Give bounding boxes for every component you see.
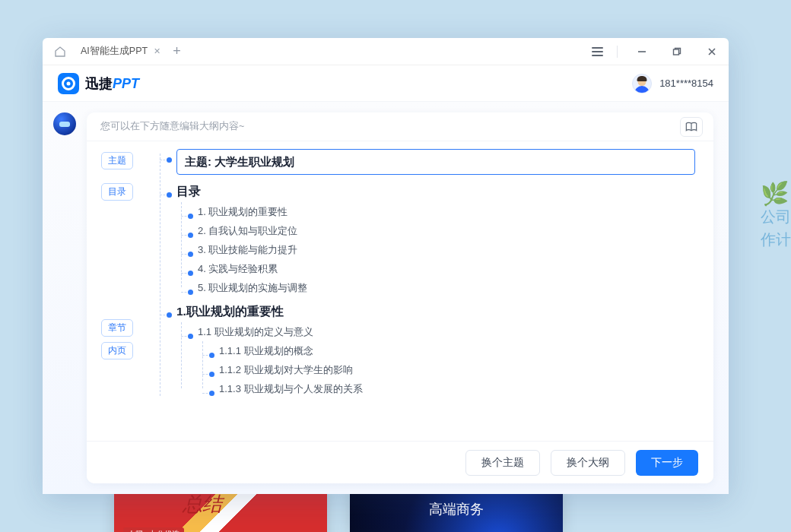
change-outline-button[interactable]: 换个大纲 <box>551 450 625 476</box>
titlebar: AI智能生成PPT ✕ + <box>43 38 729 65</box>
new-tab-button[interactable]: + <box>173 43 181 59</box>
node-dot-icon <box>188 252 193 257</box>
tab-label: AI智能生成PPT <box>81 45 148 58</box>
home-button[interactable] <box>50 42 70 62</box>
gutter-label-topic: 主题 <box>101 152 133 169</box>
assistant-column <box>53 112 78 483</box>
toc-item[interactable]: 2. 自我认知与职业定位 <box>190 224 700 238</box>
section-item[interactable]: 1.1 职业规划的定义与意义 1.1.1 职业规划的概念 1.1.2 职业规划对… <box>190 325 700 396</box>
node-dot-icon <box>188 290 193 295</box>
node-dot-icon <box>167 192 172 198</box>
assistant-avatar-icon <box>53 112 76 135</box>
toc-item[interactable]: 5. 职业规划的实施与调整 <box>190 281 700 295</box>
next-button[interactable]: 下一步 <box>636 450 698 476</box>
avatar <box>632 74 652 93</box>
panel-head: 您可以在下方随意编辑大纲内容~ <box>87 112 713 141</box>
window-controls <box>592 46 723 58</box>
title-input[interactable] <box>176 149 695 175</box>
outline-wrap: 主题 目录 章节 内页 目录 <box>87 141 713 441</box>
logo-icon <box>58 73 79 94</box>
node-dot-icon <box>167 312 172 318</box>
divider <box>617 46 618 58</box>
tab-close-icon[interactable]: ✕ <box>154 46 160 56</box>
node-dot-icon <box>188 271 193 276</box>
node-toc: 目录 1. 职业规划的重要性 2. 自我认知与职业定位 3. 职业技能与能力提升… <box>169 184 700 295</box>
panel-footer: 换个主题 换个大纲 下一步 <box>87 441 713 483</box>
node-dot-icon <box>188 233 193 238</box>
svg-rect-1 <box>674 49 679 55</box>
user-phone: 181****8154 <box>659 78 713 89</box>
subsection-item[interactable]: 1.1.1 职业规划的概念 <box>211 344 700 358</box>
toc-heading: 目录 <box>176 184 700 200</box>
toc-item[interactable]: 4. 实践与经验积累 <box>190 262 700 276</box>
change-topic-button[interactable]: 换个主题 <box>465 450 540 476</box>
node-dot-icon <box>167 157 172 163</box>
maximize-button[interactable] <box>666 47 688 56</box>
user-box[interactable]: 181****8154 <box>632 74 713 93</box>
tab-ai-ppt[interactable]: AI智能生成PPT ✕ <box>73 41 165 62</box>
panel-hint: 您可以在下方随意编辑大纲内容~ <box>100 120 244 133</box>
toc-item[interactable]: 1. 职业规划的重要性 <box>190 205 700 219</box>
outline-tree: 目录 1. 职业规划的重要性 2. 自我认知与职业定位 3. 职业技能与能力提升… <box>155 149 700 396</box>
node-dot-icon <box>209 372 214 377</box>
node-chapter-1: 1.职业规划的重要性 1.1 职业规划的定义与意义 1.1.1 职业规划的概念 … <box>169 304 700 396</box>
close-button[interactable] <box>701 47 723 56</box>
node-dot-icon <box>209 353 214 358</box>
gutter-label-inner: 内页 <box>101 342 133 359</box>
minimize-button[interactable] <box>631 47 653 56</box>
node-dot-icon <box>188 214 193 219</box>
logo[interactable]: 迅捷PPT <box>58 73 139 94</box>
book-button[interactable] <box>680 117 703 137</box>
chapter-heading[interactable]: 1.职业规划的重要性 <box>176 304 700 320</box>
subsection-item[interactable]: 1.1.3 职业规划与个人发展的关系 <box>211 382 700 396</box>
gutter: 主题 目录 章节 内页 <box>87 141 155 441</box>
node-title <box>169 149 700 175</box>
gutter-label-toc: 目录 <box>101 183 133 201</box>
outline-scroll[interactable]: 目录 1. 职业规划的重要性 2. 自我认知与职业定位 3. 职业技能与能力提升… <box>155 141 713 441</box>
menu-button[interactable] <box>592 47 603 56</box>
app-header: 迅捷PPT 181****8154 <box>43 65 729 102</box>
toc-item[interactable]: 3. 职业技能与能力提升 <box>190 243 700 257</box>
node-dot-icon <box>188 334 193 339</box>
app-window: AI智能生成PPT ✕ + 迅捷PPT 181****8154 您可以在 <box>43 38 729 494</box>
workspace: 您可以在下方随意编辑大纲内容~ 主题 目录 章节 内页 <box>43 102 729 494</box>
node-dot-icon <box>209 391 214 396</box>
gutter-label-chapter: 章节 <box>101 319 133 337</box>
background-decor: 🌿 公司全 作计划 <box>761 182 791 251</box>
outline-panel: 您可以在下方随意编辑大纲内容~ 主题 目录 章节 内页 <box>87 112 713 483</box>
subsection-item[interactable]: 1.1.2 职业规划对大学生的影响 <box>211 363 700 377</box>
